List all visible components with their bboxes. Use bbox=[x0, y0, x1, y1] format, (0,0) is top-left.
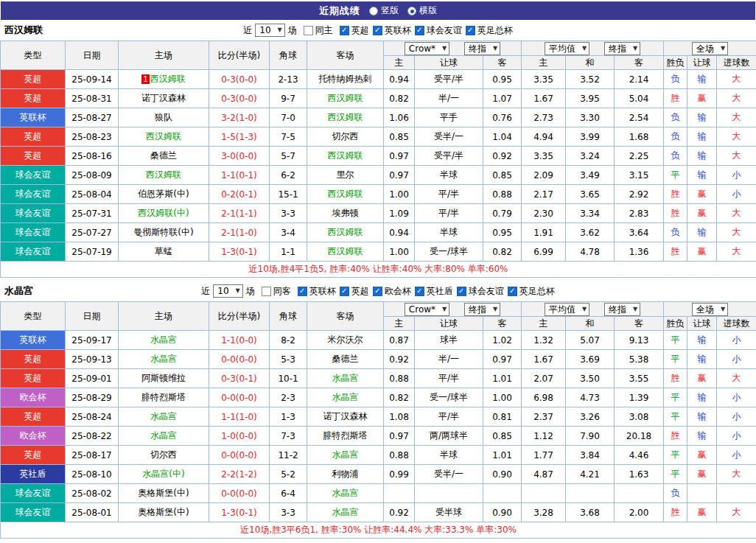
home-team-name[interactable]: 西汉姆联(中) bbox=[138, 208, 189, 218]
away-team-name[interactable]: 桑德兰 bbox=[332, 354, 359, 364]
home-team-cell: 狼队 bbox=[119, 108, 209, 127]
radio-label-vertical: 竖版 bbox=[381, 4, 399, 17]
home-team-name[interactable]: 狼队 bbox=[155, 112, 172, 122]
avg-time-select[interactable]: 终指▼ bbox=[604, 42, 640, 55]
league-filter-checkbox[interactable]: 英足总杯 bbox=[508, 285, 555, 298]
away-team-name[interactable]: 里尔 bbox=[337, 169, 354, 180]
scope-select[interactable]: 全场▼ bbox=[692, 42, 728, 55]
league-filter-checkbox[interactable]: 英联杯 bbox=[373, 24, 411, 37]
home-team-name[interactable]: 阿斯顿维拉 bbox=[141, 373, 186, 383]
layout-radio-vertical[interactable]: 竖版 bbox=[369, 4, 399, 17]
home-team-name[interactable]: 水晶宫 bbox=[150, 411, 177, 421]
col-away: 客场 bbox=[307, 302, 384, 331]
result-wdl: 胜 bbox=[664, 242, 687, 262]
match-score: 0-2(0-1) bbox=[209, 185, 270, 204]
away-team-name[interactable]: 利物浦 bbox=[332, 469, 359, 479]
away-team-name[interactable]: 水晶宫 bbox=[332, 373, 359, 383]
avg-select-cell: 平均值▼ 终指▼ bbox=[522, 41, 664, 56]
league-filter-checkbox[interactable]: 球会友谊 bbox=[415, 24, 462, 37]
avg-away-odds: 5.04 bbox=[615, 89, 664, 108]
scope-select-value: 全场 bbox=[696, 43, 714, 55]
away-team-name[interactable]: 西汉姆联 bbox=[328, 112, 363, 122]
away-team-name[interactable]: 水晶宫 bbox=[332, 449, 359, 460]
league-filter-label: 球会友谊 bbox=[427, 24, 462, 37]
home-team-name[interactable]: 曼彻斯特联(中) bbox=[133, 227, 193, 237]
league-filter-checkbox[interactable]: 英超 bbox=[340, 285, 369, 298]
league-filter-checkbox[interactable]: 英联杯 bbox=[298, 285, 336, 298]
result-goals bbox=[717, 484, 756, 503]
league-filter-checkbox[interactable]: 欧会杯 bbox=[373, 285, 411, 298]
avg-time-select[interactable]: 终指▼ bbox=[604, 303, 640, 316]
home-team-name[interactable]: 诺丁汉森林 bbox=[141, 93, 186, 103]
away-odds: 1.01 bbox=[483, 446, 522, 465]
home-team-name[interactable]: 桑德兰 bbox=[150, 150, 177, 161]
match-row: 英联杯25-09-17水晶宫1-1(0-0)8-2米尔沃尔0.87球半1.021… bbox=[1, 331, 756, 350]
corner-count: 11-2 bbox=[270, 446, 307, 465]
league-filter-checkbox[interactable]: 英超 bbox=[340, 24, 369, 37]
checkbox-checked-icon bbox=[466, 26, 475, 35]
scope-select[interactable]: 全场▼ bbox=[692, 303, 728, 316]
away-team-name[interactable]: 水晶宫 bbox=[332, 488, 359, 498]
odds-time-select[interactable]: 终指▼ bbox=[464, 42, 500, 55]
recent-count-select[interactable]: 10▼ bbox=[213, 284, 242, 298]
away-team-name[interactable]: 西汉姆联 bbox=[328, 93, 363, 103]
away-team-name[interactable]: 米尔沃尔 bbox=[328, 334, 363, 345]
away-team-name[interactable]: 西汉姆联 bbox=[328, 246, 363, 256]
home-team-name[interactable]: 奥格斯堡(中) bbox=[138, 507, 189, 517]
layout-radio-horizontal[interactable]: 横版 bbox=[407, 4, 437, 17]
avg-draw-odds: 3.24 bbox=[566, 147, 615, 166]
home-team-name[interactable]: 西汉姆联 bbox=[146, 169, 181, 180]
avg-draw-odds: 3.99 bbox=[566, 127, 615, 147]
home-team-name[interactable]: 伯恩茅斯(中) bbox=[138, 189, 189, 199]
away-team-name[interactable]: 切尔西 bbox=[332, 131, 359, 141]
bookmaker-select[interactable]: Crow*▼ bbox=[405, 42, 449, 55]
checkbox-unchecked-icon bbox=[304, 26, 313, 35]
result-goals: 大 bbox=[717, 242, 756, 262]
bookmaker-select[interactable]: Crow*▼ bbox=[405, 303, 449, 316]
league-filter-checkbox[interactable]: 英足总杯 bbox=[466, 24, 513, 37]
match-date: 25-08-04 bbox=[66, 185, 119, 204]
away-team-name[interactable]: 西汉姆联 bbox=[328, 227, 363, 237]
away-team-name[interactable]: 诺丁汉森林 bbox=[323, 411, 368, 421]
chevron-down-icon: ▼ bbox=[582, 304, 587, 315]
match-row: 英社盾25-08-10水晶宫(中)2-2(1-2)5-2利物浦0.99受半/一0… bbox=[1, 465, 756, 484]
odds-time-select[interactable]: 终指▼ bbox=[464, 303, 500, 316]
away-team-name[interactable]: 水晶宫 bbox=[332, 507, 359, 517]
home-team-name[interactable]: 水晶宫 bbox=[150, 354, 177, 364]
col-odds-handicap: 让球 bbox=[415, 56, 483, 70]
home-team-cell: 水晶宫 bbox=[119, 427, 209, 446]
away-team-name[interactable]: 托特纳姆热刺 bbox=[319, 74, 372, 84]
away-team-cell: 托特纳姆热刺 bbox=[307, 70, 384, 89]
match-row: 球会友谊25-07-19草蜢1-3(0-1)1-1西汉姆联1.00受一/球半0.… bbox=[1, 242, 756, 262]
league-filter-checkbox[interactable]: 英社盾 bbox=[415, 285, 453, 298]
chevron-down-icon: ▼ bbox=[582, 43, 587, 55]
col-date: 日期 bbox=[66, 302, 119, 331]
bookmaker-select-value: Crow* bbox=[409, 43, 435, 55]
away-team-name[interactable]: 腓特烈斯塔 bbox=[323, 430, 368, 441]
home-team-name[interactable]: 水晶宫 bbox=[150, 334, 177, 345]
away-team-name[interactable]: 西汉姆联 bbox=[328, 189, 363, 199]
home-team-name[interactable]: 水晶宫(中) bbox=[142, 469, 184, 479]
same-venue-label: 同客 bbox=[273, 285, 291, 298]
away-team-name[interactable]: 西汉姆联 bbox=[328, 150, 363, 161]
result-goals: 大 bbox=[717, 465, 756, 484]
avg-select[interactable]: 平均值▼ bbox=[545, 303, 589, 316]
away-team-name[interactable]: 埃弗顿 bbox=[332, 208, 359, 218]
match-row: 英超25-08-24水晶宫1-1(1-0)1-3诺丁汉森林1.08平/半0.81… bbox=[1, 407, 756, 427]
home-team-name[interactable]: 水晶宫 bbox=[150, 430, 177, 441]
away-team-name[interactable]: 水晶宫 bbox=[332, 392, 359, 402]
league-filter-checkbox[interactable]: 球会友谊 bbox=[457, 285, 504, 298]
home-team-cell: 桑德兰 bbox=[119, 147, 209, 166]
result-handicap: 赢 bbox=[687, 204, 717, 223]
home-team-name[interactable]: 腓特烈斯塔 bbox=[141, 392, 186, 402]
home-team-name[interactable]: 西汉姆联 bbox=[150, 74, 186, 84]
home-team-name[interactable]: 西汉姆联 bbox=[146, 131, 181, 141]
home-team-name[interactable]: 奥格斯堡(中) bbox=[138, 488, 189, 498]
recent-count-select[interactable]: 10▼ bbox=[255, 24, 284, 37]
home-team-name[interactable]: 草蜢 bbox=[155, 246, 172, 256]
result-wdl: 平 bbox=[664, 446, 687, 465]
same-venue-checkbox[interactable]: 同主 bbox=[304, 24, 333, 37]
same-venue-checkbox[interactable]: 同客 bbox=[262, 285, 291, 298]
avg-select[interactable]: 平均值▼ bbox=[545, 42, 589, 55]
home-team-name[interactable]: 切尔西 bbox=[150, 449, 177, 460]
